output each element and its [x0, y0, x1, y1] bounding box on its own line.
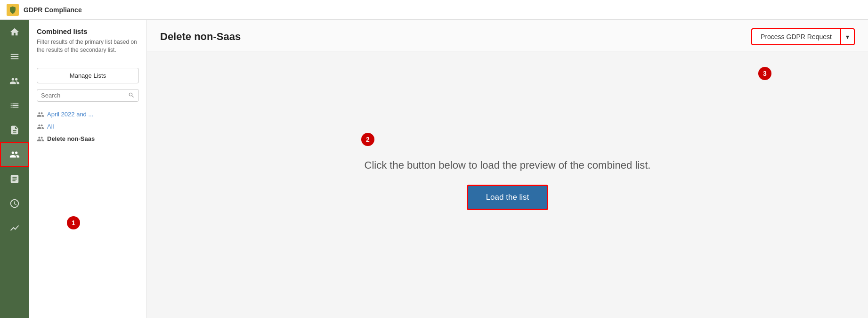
list-item-all-label: All	[47, 123, 54, 130]
nav-item-home[interactable]	[0, 20, 29, 44]
annotation-3: 3	[758, 67, 771, 80]
list-item-icon-delete	[37, 135, 44, 143]
nav-item-menu[interactable]	[0, 44, 29, 69]
process-gdpr-button[interactable]: Process GDPR Request	[751, 28, 840, 45]
home-icon	[9, 27, 20, 37]
list-item-delete-non-saas[interactable]: Delete non-Saas	[37, 133, 139, 145]
nav-bar	[0, 20, 29, 318]
annotation-2: 2	[361, 133, 374, 146]
contacts-icon	[9, 76, 20, 86]
list-item-april-label: April 2022 and ...	[47, 111, 93, 118]
nav-item-reports[interactable]	[0, 216, 29, 240]
main-header: Delete non-Saas Process GDPR Request ▾	[147, 20, 868, 51]
clock-icon	[9, 198, 20, 209]
list-item-all[interactable]: All	[37, 121, 139, 133]
forms-icon	[9, 125, 20, 135]
preview-text: Click the button below to load the previ…	[365, 159, 651, 171]
shield-icon	[8, 6, 17, 14]
list-item-icon-april	[37, 111, 44, 118]
app-title: GDPR Compliance	[24, 6, 82, 14]
nav-item-combined-lists[interactable]	[0, 142, 29, 167]
dropdown-arrow-icon: ▾	[846, 33, 849, 41]
nav-item-forms[interactable]	[0, 118, 29, 142]
page-title: Delete non-Saas	[160, 31, 241, 43]
load-list-button[interactable]: Load the list	[467, 185, 549, 210]
nav-item-tasks[interactable]	[0, 167, 29, 191]
list-item-april[interactable]: April 2022 and ...	[37, 108, 139, 121]
list-item-delete-label: Delete non-Saas	[47, 135, 95, 142]
nav-item-lists[interactable]	[0, 93, 29, 118]
search-box	[37, 89, 139, 102]
header-actions: Process GDPR Request ▾	[751, 28, 855, 45]
tasks-icon	[9, 174, 20, 184]
app-logo	[7, 4, 19, 16]
nav-item-clock[interactable]	[0, 191, 29, 216]
reports-icon	[9, 223, 20, 233]
process-gdpr-dropdown-button[interactable]: ▾	[840, 28, 855, 45]
sidebar: Combined lists Filter results of the pri…	[29, 20, 147, 318]
menu-icon	[9, 51, 20, 62]
sidebar-divider	[37, 61, 139, 61]
lists-icon	[9, 100, 20, 111]
sidebar-description: Filter results of the primary list based…	[37, 38, 139, 54]
nav-item-contacts[interactable]	[0, 69, 29, 93]
search-input[interactable]	[41, 92, 128, 99]
main-body: Click the button below to load the previ…	[147, 51, 868, 318]
manage-lists-button[interactable]: Manage Lists	[37, 68, 139, 83]
search-icon	[128, 92, 135, 98]
combined-lists-icon	[9, 149, 20, 160]
main-content: Delete non-Saas Process GDPR Request ▾ C…	[147, 20, 868, 318]
annotation-1: 1	[67, 216, 80, 229]
list-item-icon-all	[37, 123, 44, 130]
sidebar-title: Combined lists	[37, 27, 139, 35]
